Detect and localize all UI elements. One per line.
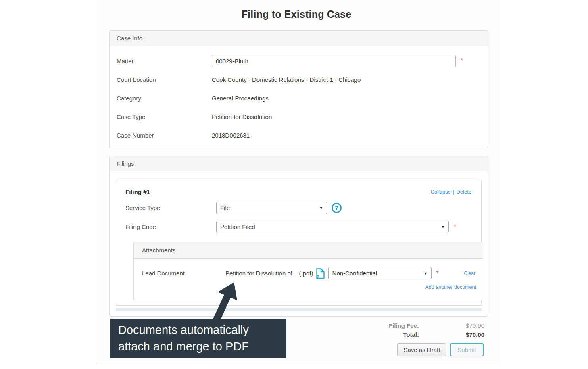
page-title: Filing to Existing Case: [96, 8, 497, 20]
svg-text:Q: Q: [317, 275, 319, 278]
add-another-document-link[interactable]: Add another document: [425, 284, 476, 290]
lead-document-filename: Petition for Dissolution of ...(.pdf): [225, 270, 313, 277]
horizontal-scrollbar[interactable]: [116, 308, 482, 311]
matter-input[interactable]: [212, 55, 456, 67]
filings-header: Filings: [110, 156, 488, 171]
required-marker: *: [461, 57, 463, 65]
service-type-row: Service Type File ▼ ?: [125, 202, 471, 214]
category-row: Category General Proceedings: [117, 89, 480, 107]
chevron-down-icon: ▼: [438, 225, 445, 229]
filing-code-label: Filing Code: [125, 223, 216, 230]
save-as-draft-button[interactable]: Save as Draft: [397, 343, 446, 356]
filings-panel: Filings Filing #1 Collapse|Delete Servic…: [109, 156, 488, 317]
category-value: General Proceedings: [212, 95, 269, 102]
filing-fee-row: Filing Fee: $70.00: [389, 321, 484, 330]
footer-buttons: Save as Draft Submit: [397, 343, 484, 356]
court-location-row: Court Location Cook County - Domestic Re…: [117, 70, 480, 89]
service-type-select[interactable]: File ▼: [216, 202, 327, 214]
filing-form-page: Filing to Existing Case Case Info Matter…: [96, 0, 497, 364]
required-marker: *: [454, 223, 456, 231]
court-location-label: Court Location: [117, 76, 212, 83]
filing-actions: Collapse|Delete: [430, 189, 471, 195]
help-icon[interactable]: ?: [332, 203, 342, 213]
attachments-panel: Attachments Lead Document Petition for D…: [133, 242, 483, 300]
case-number-row: Case Number 2018D002681: [117, 126, 480, 144]
clear-link[interactable]: Clear: [464, 271, 475, 276]
filing-title: Filing #1: [125, 188, 150, 195]
matter-row: Matter *: [117, 52, 480, 70]
document-preview-icon[interactable]: Q: [316, 268, 325, 281]
security-type-value: Non-Confidential: [332, 270, 377, 277]
fee-summary: Filing Fee: $70.00 Total: $70.00: [389, 321, 484, 339]
link-separator: |: [453, 189, 454, 195]
collapse-link[interactable]: Collapse: [430, 189, 451, 195]
case-number-label: Case Number: [117, 132, 212, 139]
delete-link[interactable]: Delete: [456, 189, 471, 195]
lead-document-row: Lead Document Petition for Dissolution o…: [134, 266, 483, 281]
filing-code-select[interactable]: Petition Filed ▼: [216, 221, 449, 233]
chevron-down-icon: ▼: [421, 271, 427, 275]
annotation-callout: Documents automatically attach and merge…: [110, 319, 286, 358]
matter-label: Matter: [117, 58, 212, 65]
required-marker: *: [436, 270, 439, 277]
page: Filing to Existing Case Case Info Matter…: [0, 0, 588, 369]
case-number-value: 2018D002681: [212, 132, 250, 139]
filing-title-row: Filing #1 Collapse|Delete: [125, 188, 471, 195]
case-type-row: Case Type Petition for Dissolution: [117, 107, 480, 126]
submit-button[interactable]: Submit: [450, 343, 484, 356]
chevron-down-icon: ▼: [316, 206, 323, 210]
court-location-value: Cook County - Domestic Relations - Distr…: [212, 76, 361, 83]
attachments-header: Attachments: [134, 242, 483, 259]
security-type-select[interactable]: Non-Confidential ▼: [328, 267, 432, 279]
case-info-body: Matter * Court Location Cook County - Do…: [110, 46, 488, 144]
total-label: Total:: [403, 330, 419, 339]
filing-fee-label: Filing Fee:: [389, 321, 419, 330]
case-type-label: Case Type: [117, 113, 212, 120]
filing-code-value: Petition Filed: [220, 223, 255, 230]
lead-document-label: Lead Document: [142, 270, 225, 277]
case-type-value: Petition for Dissolution: [212, 113, 272, 120]
filing-card: Filing #1 Collapse|Delete Service Type F…: [116, 180, 482, 306]
filing-fee-value: $70.00: [419, 321, 484, 330]
total-value: $70.00: [419, 330, 484, 339]
add-document-row: Add another document: [134, 284, 483, 290]
service-type-value: File: [220, 204, 230, 211]
callout-line-1: Documents automatically: [118, 322, 278, 338]
category-label: Category: [117, 95, 212, 102]
callout-line-2: attach and merge to PDF: [118, 338, 278, 355]
service-type-label: Service Type: [125, 204, 216, 211]
case-info-panel: Case Info Matter * Court Location Cook C…: [109, 30, 488, 148]
total-row: Total: $70.00: [389, 330, 484, 339]
case-info-header: Case Info: [110, 31, 488, 46]
filing-code-row: Filing Code Petition Filed ▼ *: [125, 221, 471, 233]
